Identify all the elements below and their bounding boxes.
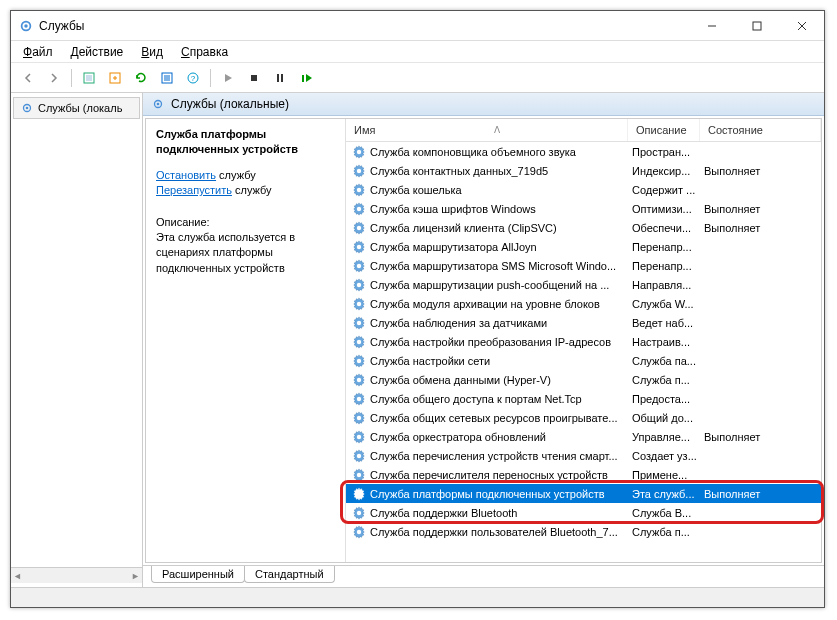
service-row[interactable]: Служба кэша шрифтов WindowsОптимизи...Вы… [346, 199, 821, 218]
service-desc: Перенапр... [628, 241, 700, 253]
start-button[interactable] [217, 67, 239, 89]
service-icon [352, 240, 366, 254]
service-row[interactable]: Служба общих сетевых ресурсов проигрыват… [346, 408, 821, 427]
service-name: Служба маршрутизации push-сообщений на .… [370, 279, 609, 291]
minimize-button[interactable] [689, 11, 734, 41]
service-desc: Служба B... [628, 507, 700, 519]
service-row[interactable]: Служба платформы подключенных устройствЭ… [346, 484, 821, 503]
toolbar-btn-1[interactable] [78, 67, 100, 89]
service-row[interactable]: Служба обмена данными (Hyper-V)Служба п.… [346, 370, 821, 389]
service-name: Служба настройки преобразования IP-адрес… [370, 336, 611, 348]
service-icon [352, 392, 366, 406]
services-window: Службы Файл Действие Вид Справка ? [10, 10, 825, 608]
back-button[interactable] [17, 67, 39, 89]
column-header-state[interactable]: Состояние [700, 119, 821, 141]
service-name: Служба контактных данных_719d5 [370, 165, 548, 177]
service-row[interactable]: Служба оркестратора обновленийУправляе..… [346, 427, 821, 446]
service-icon [352, 202, 366, 216]
service-state: Выполняет [700, 222, 821, 234]
service-icon [352, 145, 366, 159]
service-row[interactable]: Служба кошелькаСодержит ... [346, 180, 821, 199]
menu-action[interactable]: Действие [63, 43, 132, 61]
close-button[interactable] [779, 11, 824, 41]
stop-link[interactable]: Остановить [156, 169, 216, 181]
service-row[interactable]: Служба маршрутизатора SMS Microsoft Wind… [346, 256, 821, 275]
toolbar-btn-4[interactable] [156, 67, 178, 89]
service-row[interactable]: Служба компоновщика объемного звукаПрост… [346, 142, 821, 161]
service-icon [352, 259, 366, 273]
service-desc: Направля... [628, 279, 700, 291]
refresh-button[interactable] [130, 67, 152, 89]
menu-help[interactable]: Справка [173, 43, 236, 61]
svg-rect-18 [302, 75, 304, 82]
service-name: Служба наблюдения за датчиками [370, 317, 547, 329]
svg-point-25 [357, 187, 361, 191]
service-desc: Общий до... [628, 412, 700, 424]
service-name: Служба модуля архивации на уровне блоков [370, 298, 600, 310]
maximize-button[interactable] [734, 11, 779, 41]
service-name: Служба обмена данными (Hyper-V) [370, 374, 551, 386]
svg-rect-17 [281, 74, 283, 82]
svg-point-42 [357, 510, 361, 514]
service-row[interactable]: Служба перечисления устройств чтения сма… [346, 446, 821, 465]
column-header-desc[interactable]: Описание [628, 119, 700, 141]
service-name: Служба перечисления устройств чтения сма… [370, 450, 618, 462]
right-header-title: Службы (локальные) [171, 97, 289, 111]
restart-button[interactable] [295, 67, 317, 89]
service-row[interactable]: Служба наблюдения за датчикамиВедет наб.… [346, 313, 821, 332]
svg-point-23 [357, 149, 361, 153]
column-header-name[interactable]: Имя ᐱ [346, 119, 628, 141]
service-desc: Эта служб... [628, 488, 700, 500]
left-scrollbar[interactable]: ◄ ► [11, 567, 142, 583]
tree-item-services[interactable]: Службы (локаль [13, 97, 140, 119]
service-desc: Индексир... [628, 165, 700, 177]
svg-rect-7 [86, 75, 92, 81]
service-row[interactable]: Служба модуля архивации на уровне блоков… [346, 294, 821, 313]
service-row[interactable]: Служба общего доступа к портам Net.TcpПр… [346, 389, 821, 408]
service-desc: Настраив... [628, 336, 700, 348]
service-icon [352, 164, 366, 178]
service-row[interactable]: Служба поддержки BluetoothСлужба B... [346, 503, 821, 522]
toolbar-btn-2[interactable] [104, 67, 126, 89]
service-desc: Управляе... [628, 431, 700, 443]
service-icon [352, 449, 366, 463]
tab-standard[interactable]: Стандартный [244, 566, 335, 583]
menu-view[interactable]: Вид [133, 43, 171, 61]
service-row[interactable]: Служба маршрутизации push-сообщений на .… [346, 275, 821, 294]
list-header: Имя ᐱ Описание Состояние [346, 119, 821, 142]
service-name: Служба платформы подключенных устройств [370, 488, 605, 500]
service-state: Выполняет [700, 165, 821, 177]
right-body: Служба платформы подключенных устройств … [145, 118, 822, 563]
service-icon [352, 316, 366, 330]
desc-text: Эта служба используется в сценариях плат… [156, 230, 335, 276]
service-row[interactable]: Служба поддержки пользователей Bluetooth… [346, 522, 821, 541]
svg-rect-16 [277, 74, 279, 82]
service-row[interactable]: Служба настройки преобразования IP-адрес… [346, 332, 821, 351]
stop-button[interactable] [243, 67, 265, 89]
list-rows: Служба компоновщика объемного звукаПрост… [346, 142, 821, 562]
service-row[interactable]: Служба маршрутизатора AllJoynПеренапр... [346, 237, 821, 256]
service-row[interactable]: Служба контактных данных_719d5Индексир..… [346, 161, 821, 180]
service-name: Служба кэша шрифтов Windows [370, 203, 536, 215]
service-icon [352, 525, 366, 539]
forward-button[interactable] [43, 67, 65, 89]
service-desc: Создает уз... [628, 450, 700, 462]
menu-file[interactable]: Файл [15, 43, 61, 61]
svg-point-34 [357, 358, 361, 362]
toolbar: ? [11, 63, 824, 93]
service-icon [352, 335, 366, 349]
service-name: Служба общего доступа к портам Net.Tcp [370, 393, 582, 405]
service-icon [352, 430, 366, 444]
service-desc: Служба п... [628, 374, 700, 386]
service-desc: Оптимизи... [628, 203, 700, 215]
restart-link[interactable]: Перезапустить [156, 184, 232, 196]
svg-point-30 [357, 282, 361, 286]
help-button[interactable]: ? [182, 67, 204, 89]
service-desc: Служба W... [628, 298, 700, 310]
list-pane: Имя ᐱ Описание Состояние Служба компонов… [346, 119, 821, 562]
pause-button[interactable] [269, 67, 291, 89]
tab-extended[interactable]: Расширенный [151, 566, 245, 583]
service-row[interactable]: Служба настройки сетиСлужба па... [346, 351, 821, 370]
service-row[interactable]: Служба лицензий клиента (ClipSVC)Обеспеч… [346, 218, 821, 237]
service-row[interactable]: Служба перечислителя переносных устройст… [346, 465, 821, 484]
